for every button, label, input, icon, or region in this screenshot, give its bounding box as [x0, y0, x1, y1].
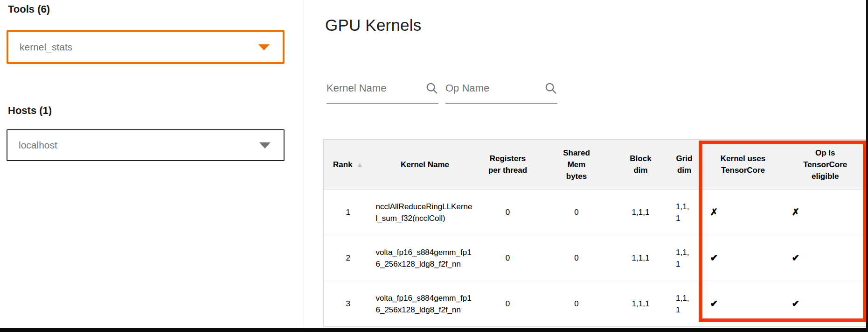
cell-kernel-uses-tensorcore: ✗ — [702, 190, 784, 235]
cell-op-tensorcore-eligible: ✔ — [784, 281, 867, 327]
cell-kernel-name: volta_fp16_s884gemm_fp16_256x128_ldg8_f2… — [373, 281, 478, 327]
cell-block-dim: 1,1,1 — [615, 190, 667, 235]
bottom-border-bar — [0, 328, 866, 332]
column-header-registers-per-thread[interactable]: Registers per thread — [478, 140, 538, 190]
cell-registers: 0 — [478, 235, 538, 281]
cell-rank: 1 — [324, 190, 373, 235]
cell-grid-dim: 1,1,1 — [667, 235, 702, 281]
hosts-select-value: localhost — [19, 140, 57, 151]
column-header-shared-mem-bytes[interactable]: Shared Mem bytes — [538, 140, 615, 190]
cell-registers: 0 — [478, 281, 538, 327]
kernel-name-filter-field — [326, 74, 438, 104]
page-title: GPU Kernels — [325, 16, 421, 35]
cell-shared-mem: 0 — [538, 281, 615, 327]
cell-kernel-name: volta_fp16_s884gemm_fp16_256x128_ldg8_f2… — [373, 235, 478, 281]
column-header-grid-dim[interactable]: Grid dim — [667, 140, 702, 190]
app-window: Tools (6) kernel_stats Hosts (1) localho… — [0, 0, 868, 332]
kernel-table-container: Rank▲ Kernel Name Registers per thread S… — [323, 139, 867, 327]
cell-shared-mem: 0 — [538, 190, 615, 235]
table-row[interactable]: 2 volta_fp16_s884gemm_fp16_256x128_ldg8_… — [324, 235, 867, 281]
search-icon — [544, 81, 557, 95]
cell-grid-dim: 1,1,1 — [667, 281, 702, 327]
column-header-kernel-name[interactable]: Kernel Name — [373, 140, 478, 190]
table-row[interactable]: 1 ncclAllReduceRingLLKernel_sum_f32(nccl… — [324, 190, 867, 235]
dropdown-arrow-icon — [259, 142, 271, 148]
hosts-select[interactable]: localhost — [7, 129, 285, 161]
cell-kernel-name: ncclAllReduceRingLLKernel_sum_f32(ncclCo… — [373, 190, 478, 235]
table-row[interactable]: 3 volta_fp16_s884gemm_fp16_256x128_ldg8_… — [324, 281, 867, 327]
dropdown-arrow-icon — [258, 44, 270, 50]
kernel-stats-table: Rank▲ Kernel Name Registers per thread S… — [323, 139, 867, 327]
column-header-rank[interactable]: Rank▲ — [324, 140, 373, 190]
cell-kernel-uses-tensorcore: ✔ — [702, 281, 784, 327]
cell-rank: 2 — [324, 235, 373, 281]
search-icon — [425, 81, 438, 95]
cell-block-dim: 1,1,1 — [615, 281, 667, 327]
cell-rank: 3 — [324, 281, 373, 327]
op-name-filter-field — [445, 74, 557, 104]
op-name-input[interactable] — [445, 74, 541, 103]
cell-block-dim: 1,1,1 — [615, 235, 667, 281]
kernel-name-input[interactable] — [326, 74, 422, 103]
sort-asc-icon: ▲ — [357, 161, 363, 168]
tools-select[interactable]: kernel_stats — [7, 30, 285, 64]
column-header-kernel-uses-tensorcore[interactable]: Kernel uses TensorCore — [702, 140, 784, 190]
cell-registers: 0 — [478, 190, 538, 235]
cell-kernel-uses-tensorcore: ✔ — [702, 235, 784, 281]
main-content: GPU Kernels — [305, 0, 868, 328]
cell-op-tensorcore-eligible: ✔ — [784, 235, 867, 281]
cell-grid-dim: 1,1,1 — [667, 190, 702, 235]
cell-op-tensorcore-eligible: ✗ — [784, 190, 867, 235]
cell-shared-mem: 0 — [538, 235, 615, 281]
column-header-op-tensorcore-eligible[interactable]: Op is TensorCore eligible — [784, 140, 867, 190]
tools-section-label: Tools (6) — [8, 3, 50, 15]
hosts-section-label: Hosts (1) — [8, 105, 52, 117]
tools-select-value: kernel_stats — [20, 42, 72, 53]
column-header-block-dim[interactable]: Block dim — [615, 140, 667, 190]
sidebar: Tools (6) kernel_stats Hosts (1) localho… — [0, 0, 304, 328]
table-header-row: Rank▲ Kernel Name Registers per thread S… — [324, 140, 867, 190]
